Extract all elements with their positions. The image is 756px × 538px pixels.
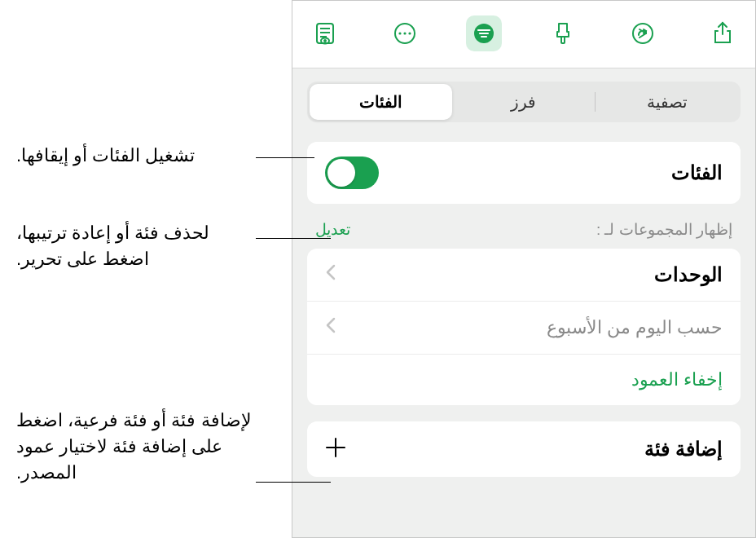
view-options-icon bbox=[312, 20, 338, 46]
groups-card: الوحدات حسب اليوم من الأسبوع إخفاء العمو… bbox=[307, 249, 741, 405]
segmented-control: الفئات فرز تصفية bbox=[307, 82, 741, 122]
categories-label: الفئات bbox=[671, 161, 723, 184]
callout-line bbox=[256, 157, 314, 158]
categories-toggle-card: الفئات bbox=[307, 142, 741, 204]
add-category-card: إضافة فئة bbox=[307, 421, 741, 477]
hide-column-button[interactable]: إخفاء العمود bbox=[307, 355, 741, 405]
add-category-label: إضافة فئة bbox=[644, 438, 723, 461]
inspector-panel: الفئات فرز تصفية الفئات إ bbox=[292, 0, 756, 538]
tab-filter[interactable]: تصفية bbox=[596, 84, 738, 120]
redo-arrow-icon bbox=[630, 20, 656, 46]
toggle-knob bbox=[327, 159, 355, 187]
callout-line bbox=[256, 238, 331, 239]
callout-toggle: تشغيل الفئات أو إيقافها. bbox=[16, 143, 261, 169]
tab-label: تصفية bbox=[647, 93, 688, 111]
organize-button[interactable] bbox=[466, 15, 502, 51]
panel-content: الفئات فرز تصفية الفئات إ bbox=[292, 68, 755, 506]
chevron-left-icon bbox=[325, 263, 336, 286]
format-button[interactable] bbox=[546, 15, 582, 51]
chevron-left-icon bbox=[325, 316, 336, 339]
share-icon bbox=[710, 20, 736, 46]
toolbar bbox=[292, 1, 755, 68]
callouts: تشغيل الفئات أو إيقافها. لحذف فئة أو إعا… bbox=[0, 0, 292, 538]
format-brush-icon bbox=[551, 20, 577, 46]
group-row[interactable]: الوحدات bbox=[307, 249, 741, 302]
more-button[interactable] bbox=[387, 15, 423, 51]
callout-add: لإضافة فئة أو فئة فرعية، اضغط على إضافة … bbox=[16, 408, 261, 486]
callout-line bbox=[256, 482, 331, 483]
organize-icon bbox=[471, 20, 497, 46]
view-options-button[interactable] bbox=[307, 15, 343, 51]
svg-point-7 bbox=[398, 32, 401, 34]
edit-button[interactable]: تعديل bbox=[315, 220, 350, 239]
plus-icon bbox=[325, 436, 346, 462]
groups-section-header: إظهار المجموعات لـ : تعديل bbox=[307, 220, 741, 249]
tab-sort[interactable]: فرز bbox=[452, 84, 595, 120]
group-row[interactable]: حسب اليوم من الأسبوع bbox=[307, 302, 741, 355]
svg-point-9 bbox=[408, 32, 411, 34]
tab-categories[interactable]: الفئات bbox=[310, 84, 452, 120]
redo-button[interactable] bbox=[625, 15, 661, 51]
tab-label: فرز bbox=[511, 93, 536, 111]
svg-point-8 bbox=[403, 32, 406, 34]
callout-edit: لحذف فئة أو إعادة ترتيبها، اضغط على تحري… bbox=[16, 220, 261, 272]
group-label: الوحدات bbox=[654, 263, 723, 286]
svg-point-5 bbox=[323, 39, 327, 42]
share-button[interactable] bbox=[705, 15, 741, 51]
tab-label: الفئات bbox=[359, 93, 402, 111]
categories-toggle[interactable] bbox=[325, 157, 379, 189]
categories-toggle-row: الفئات bbox=[307, 142, 741, 204]
add-category-row[interactable]: إضافة فئة bbox=[307, 421, 741, 477]
more-ellipsis-icon bbox=[392, 20, 418, 46]
show-groups-label: إظهار المجموعات لـ : bbox=[596, 220, 732, 239]
group-label: حسب اليوم من الأسبوع bbox=[547, 317, 723, 338]
